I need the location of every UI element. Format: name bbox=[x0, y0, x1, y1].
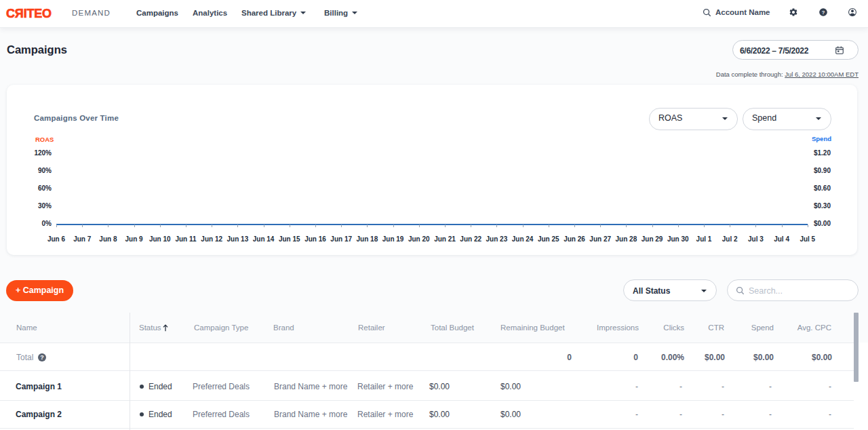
svg-text:?: ? bbox=[822, 9, 825, 16]
